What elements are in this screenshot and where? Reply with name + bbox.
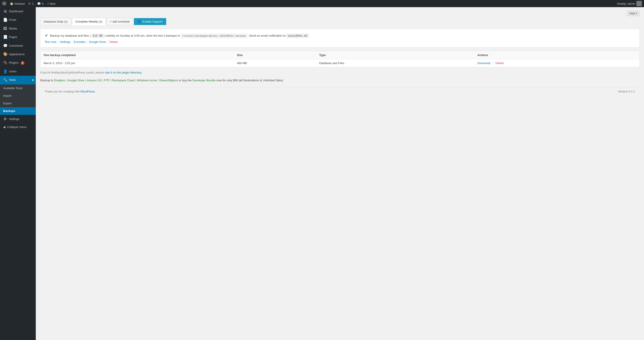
backup-text2: ) weekly on Sunday at 3:00 am, store the… xyxy=(105,34,180,37)
wp-footer: Thank you for creating with WordPress. V… xyxy=(40,87,640,95)
updates-count: 1 xyxy=(32,2,34,5)
dest-separator: | xyxy=(102,79,104,82)
backup-destinations: Backup to Dropbox | Google Drive | Amazo… xyxy=(40,78,640,83)
rate-link[interactable]: rate it on the plugin directory xyxy=(105,71,141,74)
separator1: | xyxy=(58,40,58,43)
path-badge: /content/backupwordpress-1d31e8912c-back… xyxy=(181,34,248,38)
sidebar-item-label: Plugins xyxy=(9,61,18,65)
site-name-link[interactable]: 🏠 hmbase xyxy=(10,2,25,5)
current-indicator: ◀ xyxy=(32,78,34,81)
dest-link-windows-azure[interactable]: Windows Azure xyxy=(137,79,157,82)
backup-text4: . xyxy=(309,34,310,37)
dest-link-google-drive[interactable]: Google Drive xyxy=(67,79,84,82)
submenu-available-tools[interactable]: Available Tools xyxy=(0,84,36,92)
dest-link-dropbox[interactable]: Dropbox xyxy=(54,79,65,82)
backup-info-box: ✔ Backup my database and files ( 616 MB … xyxy=(40,29,640,47)
tools-icon: 🔧 xyxy=(3,77,7,82)
sidebar-item-settings[interactable]: ⚙ Settings xyxy=(0,115,36,123)
google-drive-link[interactable]: Google Drive xyxy=(89,40,106,43)
tab-complete-weekly[interactable]: Complete Weekly (1) xyxy=(72,18,106,25)
sidebar-item-label: Tools xyxy=(9,78,16,82)
howdy-link[interactable]: Howdy, admin xyxy=(617,1,642,6)
site-name: hmbase xyxy=(14,2,25,5)
submenu-import[interactable]: Import xyxy=(0,92,36,100)
new-label: + New xyxy=(47,2,56,5)
howdy-text: Howdy, admin xyxy=(617,2,635,5)
excludes-link[interactable]: Excludes xyxy=(74,40,86,43)
submenu-export[interactable]: Export xyxy=(0,100,36,107)
enable-support-button[interactable]: 👤 Enable Support xyxy=(134,18,166,25)
posts-icon: 📄 xyxy=(3,17,7,22)
separator4: | xyxy=(107,40,108,43)
separator2: | xyxy=(72,40,72,43)
download-link[interactable]: Download xyxy=(478,61,490,65)
dest-text1: Backup to xyxy=(40,79,54,82)
sidebar-item-tools[interactable]: 🔧 Tools ◀ Available Tools Import xyxy=(0,76,36,115)
backup-type: Database and Files xyxy=(316,59,474,67)
dest-separator: | xyxy=(157,79,160,82)
dest-link-ftp[interactable]: FTP xyxy=(104,79,109,82)
delete-schedule-link[interactable]: Delete xyxy=(109,40,118,43)
wordpress-link[interactable]: WordPress xyxy=(80,90,95,93)
backup-actions: Run now | Settings | Excludes | Google D… xyxy=(45,40,635,43)
submenu-label: Backups xyxy=(3,109,15,113)
dest-text3: now for only $99 (all Destinations & Unl… xyxy=(216,79,283,82)
table-row: March 3, 2015 - 2:02 pm 480 MB Database … xyxy=(40,59,639,67)
backup-text1: Backup my database and files ( xyxy=(50,34,90,37)
sidebar-item-media[interactable]: 🖼 Media xyxy=(0,24,36,33)
sidebar-item-dashboard[interactable]: ⊞ Dashboard xyxy=(0,7,36,16)
delete-backup-link[interactable]: Delete xyxy=(495,61,504,65)
submenu-label: Available Tools xyxy=(3,86,22,90)
updates-icon: ↻ xyxy=(28,2,31,5)
updates-link[interactable]: ↻ 1 xyxy=(28,2,34,5)
main-content: Help Database Daily (1) Complete Weekly … xyxy=(36,7,644,340)
dest-separator: | xyxy=(84,79,86,82)
sidebar-item-label: Dashboard xyxy=(9,9,23,13)
tab-add-schedule[interactable]: + add schedule xyxy=(107,18,133,25)
backup-date: March 3, 2015 - 2:02 pm xyxy=(40,59,234,67)
sidebar-item-users[interactable]: 👤 Users xyxy=(0,67,36,76)
backup-actions-cell: Download | Delete xyxy=(474,59,639,67)
dest-link-amazon-s3[interactable]: Amazon S3 xyxy=(86,79,102,82)
comments-icon: 💬 xyxy=(37,2,41,5)
users-icon: 👤 xyxy=(3,69,7,74)
wp-logo-icon: ⓦ xyxy=(2,1,6,6)
pages-icon: 📃 xyxy=(3,35,7,39)
collapse-menu-button[interactable]: ◀ Collapse menu xyxy=(0,124,36,130)
sidebar-item-appearance[interactable]: 🎨 Appearance xyxy=(0,50,36,58)
sidebar-item-label: Posts xyxy=(9,18,16,22)
sidebar-item-label: Users xyxy=(9,69,16,73)
backup-table-wrap: One backup completed Size Type Actions M… xyxy=(40,51,640,67)
plugins-icon: 🔌 xyxy=(3,60,7,65)
wp-logo[interactable]: ⓦ xyxy=(2,1,6,6)
submenu-backups[interactable]: Backups xyxy=(0,107,36,115)
dest-link-rackspace-cloud[interactable]: Rackspace Cloud xyxy=(112,79,134,82)
appearance-icon: 🎨 xyxy=(3,52,7,57)
footer-version: Version 4.1.1 xyxy=(618,90,635,93)
dest-separator: | xyxy=(134,79,137,82)
comments-link[interactable]: 💬 0 xyxy=(37,2,44,5)
rate-text2: . xyxy=(141,71,142,74)
separator3: | xyxy=(87,40,88,43)
sidebar-item-posts[interactable]: 📄 Posts xyxy=(0,16,36,24)
rate-text1: If you're finding BackUpWordPress useful… xyxy=(40,71,105,74)
backup-table: One backup completed Size Type Actions M… xyxy=(40,51,639,67)
developer-bundle-link[interactable]: Developer Bundle xyxy=(192,79,216,82)
tab-database-daily[interactable]: Database Daily (1) xyxy=(40,18,71,25)
collapse-label: Collapse menu xyxy=(7,125,26,129)
sidebar-item-plugins[interactable]: 🔌 Plugins 1 xyxy=(0,58,36,67)
help-button[interactable]: Help xyxy=(627,11,640,16)
size-badge: 616 MB xyxy=(92,34,104,38)
settings-icon: ⚙ xyxy=(3,117,7,121)
submenu-label: Import xyxy=(3,94,12,98)
dest-link-dreamobjects[interactable]: DreamObjects xyxy=(159,79,178,82)
new-content-link[interactable]: + New xyxy=(47,2,56,5)
settings-link[interactable]: Settings xyxy=(60,40,70,43)
sidebar-item-comments[interactable]: 💬 Comments xyxy=(0,41,36,50)
help-button-wrap: Help xyxy=(40,11,640,16)
sidebar-item-label: Pages xyxy=(9,35,17,39)
home-icon: 🏠 xyxy=(10,2,14,5)
collapse-icon: ◀ xyxy=(3,125,5,129)
run-now-link[interactable]: Run now xyxy=(45,40,56,43)
sidebar-item-pages[interactable]: 📃 Pages xyxy=(0,33,36,41)
